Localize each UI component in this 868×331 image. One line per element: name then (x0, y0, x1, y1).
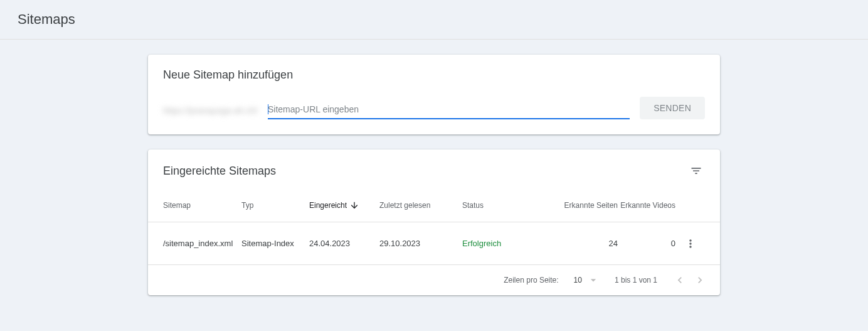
chevron-left-icon (674, 274, 686, 286)
filter-button[interactable] (687, 162, 705, 180)
list-title: Eingereichte Sitemaps (163, 165, 276, 178)
filter-icon (690, 165, 702, 177)
sitemaps-table: Sitemap Typ Eingereicht Zuletzt gelesen … (148, 188, 720, 265)
col-submitted[interactable]: Eingereicht (309, 200, 379, 210)
table-head: Sitemap Typ Eingereicht Zuletzt gelesen … (148, 188, 720, 222)
cell-status: Erfolgreich (462, 239, 534, 248)
col-status[interactable]: Status (462, 201, 534, 210)
cell-last-read: 29.10.2023 (379, 239, 462, 248)
add-sitemap-card: Neue Sitemap hinzufügen https://pranayog… (148, 55, 720, 134)
content: Neue Sitemap hinzufügen https://pranayog… (148, 40, 720, 295)
rows-per-page-value: 10 (574, 276, 582, 285)
input-caret (268, 104, 268, 114)
rows-per-page-select[interactable]: 10 (574, 274, 600, 286)
col-pages[interactable]: Erkannte Seiten (534, 201, 618, 210)
col-type[interactable]: Typ (241, 201, 309, 210)
add-sitemap-row: https://pranayoga-ah.ch/ SENDEN (163, 97, 705, 119)
url-input-wrap (268, 102, 630, 119)
pagination-arrows (672, 273, 707, 288)
pagination: Zeilen pro Seite: 10 1 bis 1 von 1 (148, 265, 720, 295)
cell-sitemap: /sitemap_index.xml (163, 239, 241, 248)
cell-videos: 0 (618, 239, 675, 248)
page-title: Sitemaps (18, 11, 850, 28)
page-header: Sitemaps (0, 0, 868, 40)
col-last-read[interactable]: Zuletzt gelesen (379, 201, 462, 210)
list-header: Eingereichte Sitemaps (148, 149, 720, 188)
col-sitemap[interactable]: Sitemap (163, 201, 241, 210)
cell-actions (675, 235, 699, 252)
pagination-range: 1 bis 1 von 1 (615, 276, 657, 285)
submit-button[interactable]: SENDEN (640, 97, 705, 119)
arrow-down-icon (349, 200, 359, 210)
col-videos[interactable]: Erkannte Videos (618, 201, 675, 210)
sitemap-url-input[interactable] (268, 102, 630, 119)
cell-type: Sitemap-Index (241, 239, 309, 248)
row-menu-button[interactable] (682, 235, 699, 252)
add-sitemap-title: Neue Sitemap hinzufügen (163, 68, 705, 82)
url-prefix: https://pranayoga-ah.ch/ (163, 106, 258, 119)
cell-pages: 24 (534, 239, 618, 248)
dropdown-icon (587, 274, 600, 286)
more-vert-icon (684, 237, 697, 250)
submitted-sitemaps-card: Eingereichte Sitemaps Sitemap Typ Einger… (148, 149, 720, 295)
prev-page-button[interactable] (672, 273, 687, 288)
rows-per-page-label: Zeilen pro Seite: (504, 276, 558, 285)
col-submitted-label: Eingereicht (309, 201, 347, 210)
next-page-button[interactable] (692, 273, 707, 288)
table-row[interactable]: /sitemap_index.xml Sitemap-Index 24.04.2… (148, 222, 720, 265)
chevron-right-icon (694, 274, 706, 286)
cell-submitted: 24.04.2023 (309, 239, 379, 248)
